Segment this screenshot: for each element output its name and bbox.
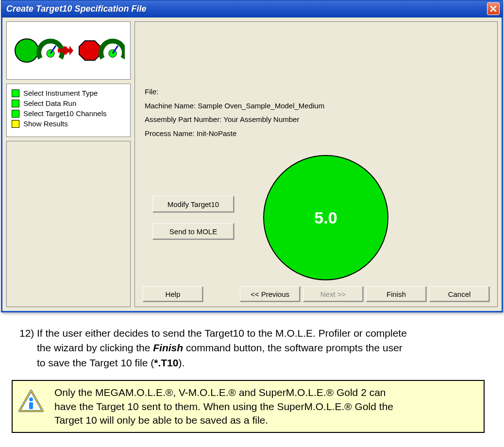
note-line: Only the MEGAM.O.L.E.®, V-M.O.L.E.® and … — [54, 387, 386, 398]
finish-keyword: Finish — [153, 342, 183, 353]
dialog-body: Select Instrument Type Select Data Run S… — [1, 17, 503, 312]
info-block: File: Machine Name: Sample Oven_Sample_M… — [145, 85, 489, 140]
note-line: Target 10 will only be able to be saved … — [54, 414, 268, 426]
svg-point-12 — [29, 397, 33, 401]
titlebar: Create Target10 Specification File — [1, 0, 503, 17]
next-button: Next >> — [303, 286, 363, 302]
svg-point-0 — [15, 39, 38, 62]
previous-button[interactable]: << Previous — [240, 286, 300, 302]
step-item: Select Data Run — [12, 99, 125, 107]
instruction-text: the wizard by clicking the — [37, 342, 153, 353]
step-label: Select Target10 Channels — [23, 109, 107, 118]
send-to-mole-button[interactable]: Send to MOLE — [152, 223, 234, 240]
step-item: Select Target10 Channels — [12, 109, 125, 118]
cancel-button[interactable]: Cancel — [429, 286, 489, 302]
wizard-steps-panel: Select Instrument Type Select Data Run S… — [6, 84, 131, 137]
wizard-content-panel: File: Machine Name: Sample Oven_Sample_M… — [134, 21, 498, 307]
finish-button[interactable]: Finish — [366, 286, 426, 302]
svg-rect-13 — [29, 402, 33, 409]
wizard-graphic-icon — [12, 29, 125, 72]
note-text: Only the MEGAM.O.L.E.®, V-M.O.L.E.® and … — [54, 386, 393, 427]
instruction-text: If the user either decides to send the T… — [37, 327, 407, 339]
target10-score-indicator: 5.0 — [263, 155, 388, 280]
step-label: Show Results — [23, 120, 68, 128]
wizard-description-panel — [6, 141, 131, 307]
step-label: Select Data Run — [23, 99, 76, 107]
step-status-icon — [12, 110, 19, 118]
svg-marker-7 — [79, 41, 101, 60]
step-label: Select Instrument Type — [23, 89, 98, 97]
close-button[interactable] — [487, 2, 500, 15]
note-line: have the Target 10 sent to them. When us… — [54, 401, 393, 412]
step-status-icon — [12, 89, 19, 97]
file-label: File: — [145, 85, 489, 99]
step-status-icon — [12, 120, 19, 128]
wizard-icon-panel — [6, 21, 131, 80]
step-item: Select Instrument Type — [12, 89, 125, 97]
close-icon — [490, 5, 497, 12]
dialog-title: Create Target10 Specification File — [6, 4, 146, 14]
instruction-text: command button, the software prompts the… — [183, 342, 403, 353]
file-extension: *.T10 — [154, 357, 178, 368]
wizard-nav-row: Help << Previous Next >> Finish Cancel — [143, 280, 489, 302]
instruction-paragraph: 12) If the user either decides to send t… — [0, 312, 504, 377]
help-button[interactable]: Help — [143, 286, 203, 302]
list-number: 12) — [19, 326, 37, 370]
assembly-part-label: Assembly Part Number: Your Assembly Numb… — [145, 113, 489, 127]
info-note-box: Only the MEGAM.O.L.E.®, V-M.O.L.E.® and … — [12, 380, 485, 433]
info-icon — [17, 386, 47, 418]
instruction-text: to save the Target 10 file ( — [37, 357, 154, 368]
step-status-icon — [12, 100, 19, 107]
instruction-text: ). — [178, 357, 185, 368]
step-item: Show Results — [12, 120, 125, 128]
target10-score-value: 5.0 — [314, 208, 337, 227]
machine-name-label: Machine Name: Sample Oven_Sample_Model_M… — [145, 99, 489, 113]
modify-target10-button[interactable]: Modify Target10 — [152, 196, 234, 212]
process-name-label: Process Name: Init-NoPaste — [145, 127, 489, 141]
wizard-dialog: Create Target10 Specification File — [1, 0, 503, 312]
